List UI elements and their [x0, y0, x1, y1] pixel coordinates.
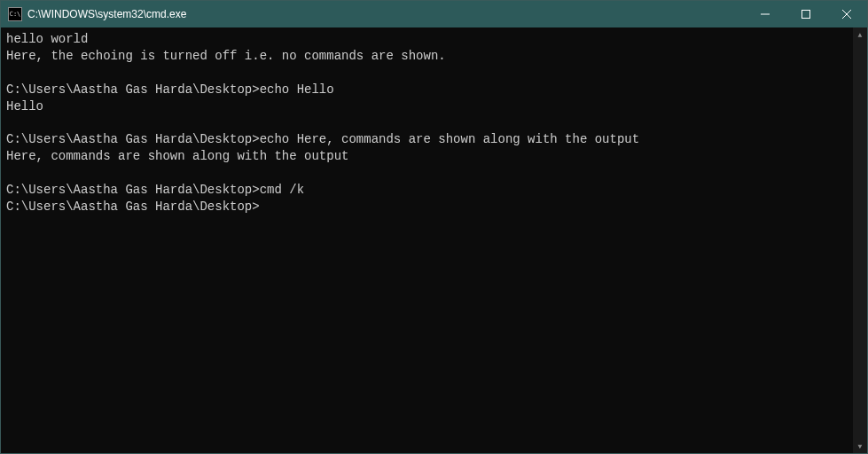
window-controls: [745, 1, 867, 27]
terminal-line: Hello: [6, 98, 848, 115]
terminal-line: C:\Users\Aastha Gas Harda\Desktop>cmd /k: [6, 182, 848, 199]
terminal-body: hello worldHere, the echoing is turned o…: [1, 27, 867, 453]
cmd-icon-text: C:\: [10, 12, 21, 18]
close-icon: [842, 10, 851, 19]
minimize-button[interactable]: [745, 1, 786, 27]
minimize-icon: [761, 10, 770, 19]
terminal-line: Here, the echoing is turned off i.e. no …: [6, 48, 848, 65]
terminal-line: C:\Users\Aastha Gas Harda\Desktop>echo H…: [6, 131, 848, 148]
maximize-icon: [802, 10, 810, 19]
terminal-line: [6, 165, 848, 182]
terminal-line: Here, commands are shown along with the …: [6, 148, 848, 165]
scroll-up-icon[interactable]: ▲: [853, 27, 867, 42]
terminal-content[interactable]: hello worldHere, the echoing is turned o…: [1, 27, 853, 453]
window-title: C:\WINDOWS\system32\cmd.exe: [27, 8, 745, 20]
terminal-line: C:\Users\Aastha Gas Harda\Desktop>echo H…: [6, 82, 848, 98]
cmd-icon: C:\: [8, 7, 22, 21]
scrollbar[interactable]: ▲ ▼: [853, 27, 867, 453]
titlebar[interactable]: C:\ C:\WINDOWS\system32\cmd.exe: [1, 1, 867, 27]
cmd-window: C:\ C:\WINDOWS\system32\cmd.exe: [0, 0, 868, 454]
terminal-line: [6, 114, 848, 131]
close-button[interactable]: [826, 1, 867, 27]
scroll-down-icon[interactable]: ▼: [853, 439, 867, 453]
maximize-button[interactable]: [786, 1, 826, 27]
terminal-line: [6, 65, 848, 82]
terminal-line: C:\Users\Aastha Gas Harda\Desktop>: [6, 199, 848, 215]
svg-rect-1: [802, 11, 810, 19]
terminal-line: hello world: [6, 31, 848, 48]
